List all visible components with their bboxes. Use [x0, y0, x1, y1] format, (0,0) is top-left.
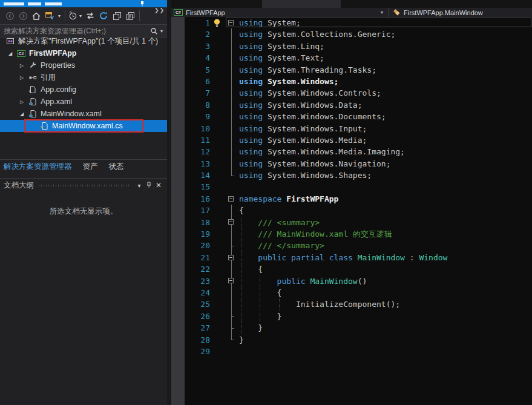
code-text[interactable]: using System.Windows.Media.Imaging; [238, 146, 532, 157]
code-text[interactable]: } [238, 322, 532, 334]
fold-collapse-box[interactable] [226, 193, 238, 205]
tree-item[interactable]: ▷引用 [0, 71, 167, 84]
lightbulb-icon[interactable] [210, 17, 226, 28]
code-line[interactable]: 21 public partial class MainWindow : Win… [171, 252, 532, 263]
code-text[interactable]: namespace FirstWPFApp [238, 193, 532, 205]
code-line[interactable]: 25 InitializeComponent(); [171, 298, 532, 310]
search-input[interactable] [0, 27, 149, 35]
code-text[interactable] [238, 181, 532, 193]
code-text[interactable]: using System.Collections.Generic; [238, 28, 532, 40]
code-text[interactable]: using System.Windows.Navigation; [238, 158, 532, 170]
code-line[interactable]: 18 /// <summary> [171, 217, 532, 228]
code-line[interactable]: 29 [171, 346, 532, 357]
code-line[interactable]: 26 } [171, 311, 532, 322]
code-text[interactable]: using System.Windows.Shapes; [238, 170, 532, 181]
window-position-dropdown[interactable]: ▾ [134, 182, 144, 189]
sync-with-active-document-icon[interactable] [84, 9, 97, 22]
fold-collapse-box[interactable] [226, 275, 238, 287]
close-icon[interactable]: ✕ [154, 181, 163, 189]
code-line[interactable]: 27 } [171, 322, 532, 334]
code-line[interactable]: 19 /// MainWindow.xaml 的交互逻辑 [171, 228, 532, 240]
tree-item[interactable]: App.config [0, 84, 167, 96]
code-line[interactable]: 6using System.Windows; [171, 76, 532, 87]
code-text[interactable]: { [238, 205, 532, 216]
code-text[interactable]: /// MainWindow.xaml 的交互逻辑 [238, 228, 532, 240]
collapse-all-icon[interactable] [110, 9, 123, 22]
panel-tab[interactable]: 解决方案资源管理器 [4, 162, 72, 172]
code-line[interactable]: 13using System.Windows.Navigation; [171, 158, 532, 170]
code-line[interactable]: 24 { [171, 287, 532, 298]
back-button[interactable] [3, 9, 16, 22]
document-outline-header[interactable]: 文档大纲 ▾ ✕ [0, 178, 167, 192]
fold-collapse-box[interactable] [226, 17, 238, 28]
expanded-expander-icon[interactable]: ◢ [5, 51, 16, 56]
code-text[interactable]: public MainWindow() [238, 275, 532, 287]
code-text[interactable]: } [238, 311, 532, 322]
tree-item[interactable]: ◢C#FirstWPFApp [0, 47, 167, 59]
tree-item[interactable]: ▷Properties [0, 59, 167, 71]
code-line[interactable]: 20 /// </summary> [171, 240, 532, 251]
code-line[interactable]: 17{ [171, 205, 532, 216]
code-line[interactable]: 16namespace FirstWPFApp [171, 193, 532, 205]
panel-splitter[interactable] [167, 0, 171, 405]
partial-document-tab[interactable] [262, 0, 341, 8]
toolbar-overflow-icon[interactable]: ❯❯ [154, 7, 165, 13]
expanded-expander-icon[interactable]: ◢ [16, 111, 27, 117]
tree-item[interactable]: 解决方案"FirstWPFApp"(1 个项目/共 1 个) [0, 35, 167, 47]
code-text[interactable]: using System.Windows.Data; [238, 99, 532, 111]
code-line[interactable]: 1using System; [171, 17, 532, 28]
code-line[interactable]: 5using System.Threading.Tasks; [171, 64, 532, 76]
code-line[interactable]: 15 [171, 181, 532, 193]
code-surface[interactable]: 1using System;2using System.Collections.… [171, 17, 532, 405]
code-text[interactable]: using System.Windows.Controls; [238, 87, 532, 99]
tree-item[interactable]: ◢MainWindow.xaml [0, 108, 167, 120]
code-text[interactable]: } [238, 334, 532, 346]
code-line[interactable]: 9using System.Windows.Documents; [171, 111, 532, 122]
type-member-dropdown[interactable]: FirstWPFApp.MainWindow [388, 8, 532, 17]
refresh-icon[interactable] [97, 9, 110, 22]
tree-item[interactable]: MainWindow.xaml.cs [0, 120, 167, 132]
code-line[interactable]: 12using System.Windows.Media.Imaging; [171, 146, 532, 157]
code-text[interactable]: using System.Linq; [238, 41, 532, 52]
collapsed-expander-icon[interactable]: ▷ [16, 63, 27, 68]
code-text[interactable]: using System.Windows.Input; [238, 123, 532, 134]
code-text[interactable]: using System.Threading.Tasks; [238, 64, 532, 76]
code-line[interactable]: 10using System.Windows.Input; [171, 123, 532, 134]
pin-icon[interactable] [144, 182, 154, 189]
code-line[interactable]: 22 { [171, 263, 532, 275]
collapsed-expander-icon[interactable]: ▷ [16, 99, 27, 105]
code-text[interactable]: using System.Windows; [238, 76, 532, 87]
panel-tab[interactable]: 状态 [109, 162, 124, 172]
code-line[interactable]: 4using System.Text; [171, 52, 532, 64]
code-text[interactable]: using System.Windows.Documents; [238, 111, 532, 122]
code-line[interactable]: 2using System.Collections.Generic; [171, 28, 532, 40]
code-text[interactable]: using System.Windows.Media; [238, 134, 532, 146]
forward-button[interactable] [16, 9, 30, 22]
tree-item[interactable]: ▷App.xaml [0, 96, 167, 108]
code-text[interactable]: using System.Text; [238, 52, 532, 64]
code-text[interactable] [238, 346, 532, 357]
code-text[interactable]: using System; [238, 17, 532, 28]
collapsed-expander-icon[interactable]: ▷ [16, 75, 27, 81]
switch-view-dropdown[interactable]: ▾ [56, 13, 62, 19]
pin-icon[interactable] [139, 1, 145, 7]
code-text[interactable]: /// <summary> [238, 217, 532, 228]
fold-collapse-box[interactable] [226, 217, 238, 228]
home-button[interactable] [30, 9, 43, 22]
code-line[interactable]: 11using System.Windows.Media; [171, 134, 532, 146]
code-line[interactable]: 14using System.Windows.Shapes; [171, 170, 532, 181]
code-text[interactable]: { [238, 263, 532, 275]
code-text[interactable]: InitializeComponent(); [238, 298, 532, 310]
code-line[interactable]: 3using System.Linq; [171, 41, 532, 52]
code-line[interactable]: 23 public MainWindow() [171, 275, 532, 287]
code-text[interactable]: { [238, 287, 532, 298]
solution-explorer-titlebar[interactable] [0, 0, 167, 7]
code-line[interactable]: 8using System.Windows.Data; [171, 99, 532, 111]
project-dropdown[interactable]: C# FirstWPFApp ▾ [171, 8, 388, 17]
search-options-dropdown[interactable]: ▾ [159, 28, 165, 34]
pending-changes-filter-icon[interactable] [68, 9, 77, 22]
panel-tab[interactable]: 资产 [83, 162, 98, 172]
switch-view-icon[interactable] [43, 9, 56, 22]
code-text[interactable]: public partial class MainWindow : Window [238, 252, 532, 263]
code-line[interactable]: 7using System.Windows.Controls; [171, 87, 532, 99]
